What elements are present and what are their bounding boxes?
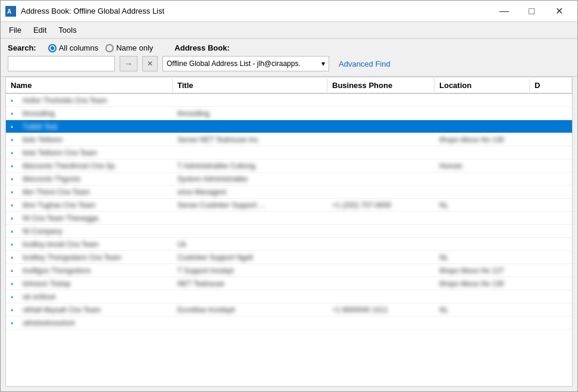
row-icon xyxy=(6,305,18,315)
row-location xyxy=(435,178,530,180)
row-name: tibn Thinni Cira Team xyxy=(18,187,173,197)
svg-point-19 xyxy=(11,322,13,323)
row-d xyxy=(530,296,572,298)
svg-point-17 xyxy=(11,296,13,297)
row-d xyxy=(530,322,572,324)
table-row[interactable]: tioto TeltionnSense NET Teahouse Inc.ith… xyxy=(6,133,572,146)
row-title: Systom Administratike xyxy=(173,174,327,184)
menu-tools[interactable]: Tools xyxy=(52,23,82,37)
radio-name-only[interactable]: Name only xyxy=(105,43,153,52)
close-button[interactable]: ✕ xyxy=(545,1,573,22)
search-go-button[interactable]: → xyxy=(120,56,138,71)
table-row[interactable]: uthtall ttbysalt Cira TeamExcettise troc… xyxy=(6,303,572,316)
search-input[interactable] xyxy=(8,56,115,71)
svg-point-9 xyxy=(11,191,13,192)
table-row[interactable]: NI Company xyxy=(6,225,572,238)
svg-point-4 xyxy=(11,126,13,127)
minimize-button[interactable]: — xyxy=(490,1,518,22)
table-row[interactable]: tibn Thinni Cira Teamsrice Menagent xyxy=(6,186,572,199)
search-clear-button[interactable]: ✕ xyxy=(142,56,158,71)
menu-file[interactable]: File xyxy=(3,23,27,37)
row-d xyxy=(530,269,572,272)
row-phone: +1 (202) 707-0000 xyxy=(327,200,435,211)
row-icon xyxy=(6,226,18,237)
row-location: NL xyxy=(435,252,530,263)
table-row[interactable]: tnolltgos ThongodonsT Support tnoskptith… xyxy=(6,264,572,277)
table-row[interactable]: tilno Tughas Cira TeamSense Custinker Su… xyxy=(6,199,572,212)
menu-edit[interactable]: Edit xyxy=(27,23,52,37)
svg-point-2 xyxy=(11,99,13,101)
radio-all-columns[interactable]: All columns xyxy=(48,43,98,52)
row-location xyxy=(435,296,530,298)
col-header-title[interactable]: Title xyxy=(173,79,327,92)
row-d xyxy=(530,112,572,115)
row-icon xyxy=(6,265,18,276)
row-location xyxy=(435,243,530,246)
table-row[interactable]: tohosos TostopNET Teahouseithopo itiious… xyxy=(6,277,572,290)
row-location: ithopo itiious No 127 xyxy=(435,265,530,276)
col-header-d[interactable]: D xyxy=(530,79,572,92)
table-row[interactable]: tioto Teltionn Cira Team xyxy=(6,146,572,159)
row-title xyxy=(173,230,327,233)
contacts-table: Name Title Business Phone Location D Hol… xyxy=(5,77,573,387)
address-book-chevron-icon: ▾ xyxy=(321,59,325,68)
row-icon xyxy=(6,108,18,119)
svg-point-6 xyxy=(11,152,13,153)
row-location: ithupo itiious No 130 xyxy=(435,134,530,145)
table-row[interactable]: uthotsotnosstsnt xyxy=(6,316,572,330)
maximize-button[interactable]: □ xyxy=(518,1,545,22)
svg-point-5 xyxy=(11,139,13,140)
row-name: Tubbit Teal xyxy=(18,121,173,132)
col-header-name[interactable]: Name xyxy=(6,79,173,92)
row-title: T Support tnoskpt xyxy=(173,265,327,276)
advanced-find-button[interactable]: Advanced Find xyxy=(339,59,390,68)
row-title: Sense NET Teahouse Inc. xyxy=(173,134,327,145)
row-d xyxy=(530,178,572,180)
window-title: Address Book: Offline Global Address Lis… xyxy=(21,7,490,15)
svg-point-11 xyxy=(11,217,13,218)
radio-all-columns-btn[interactable] xyxy=(48,44,57,52)
row-title: srice Menagent xyxy=(173,187,327,197)
svg-point-3 xyxy=(11,112,13,114)
table-row[interactable]: tibicosnto ThgontsSystom Administratike xyxy=(6,173,572,186)
svg-point-7 xyxy=(11,165,13,166)
table-row[interactable]: ub octloue xyxy=(6,290,572,303)
row-name: throsslling xyxy=(18,108,173,119)
col-header-location[interactable]: Location xyxy=(435,79,530,92)
row-icon xyxy=(6,200,18,211)
table-row[interactable]: tnolltoy Thongodans Cira TeamCustinker S… xyxy=(6,251,572,264)
address-book-label: Address Book: xyxy=(174,43,229,52)
row-phone xyxy=(327,126,435,128)
row-icon xyxy=(6,187,18,197)
radio-name-only-btn[interactable] xyxy=(105,44,114,52)
table-row[interactable]: NI Cira Team Thenegge. xyxy=(6,212,572,225)
svg-point-13 xyxy=(11,243,13,244)
row-icon xyxy=(6,278,18,289)
row-d xyxy=(530,126,572,128)
row-location xyxy=(435,112,530,115)
row-location: ithopo itiious No 130 xyxy=(435,278,530,289)
table-row[interactable]: Tubbit Teal xyxy=(6,120,572,133)
svg-point-14 xyxy=(11,256,13,258)
address-book-dropdown[interactable]: Offline Global Address List - jlh@ciraap… xyxy=(163,56,329,71)
row-title xyxy=(173,322,327,324)
row-name: tnolltoy tinodi Cira Team xyxy=(18,239,173,250)
toolbar-row-inputs: → ✕ Offline Global Address List - jlh@ci… xyxy=(8,56,570,71)
row-phone xyxy=(327,230,435,233)
row-phone xyxy=(327,139,435,141)
row-name: uthtall ttbysalt Cira Team xyxy=(18,305,173,315)
table-row[interactable]: Hollor Thoholds Cira Team xyxy=(6,94,572,107)
row-phone xyxy=(327,112,435,115)
table-row[interactable]: throssllingthrosslling xyxy=(6,107,572,120)
table-row[interactable]: tibicosnto Theothrost Cira Sp.T Administ… xyxy=(6,159,572,173)
row-phone xyxy=(327,165,435,167)
table-row[interactable]: tnolltoy tinodi Cira TeamUk xyxy=(6,238,572,251)
search-label: Search: xyxy=(8,43,36,52)
col-header-phone[interactable]: Business Phone xyxy=(327,79,435,92)
row-d xyxy=(530,283,572,285)
row-title xyxy=(173,217,327,219)
title-bar: A Address Book: Offline Global Address L… xyxy=(1,1,577,22)
radio-all-columns-label: All columns xyxy=(59,43,98,52)
row-location xyxy=(435,217,530,219)
row-icon xyxy=(6,134,18,145)
